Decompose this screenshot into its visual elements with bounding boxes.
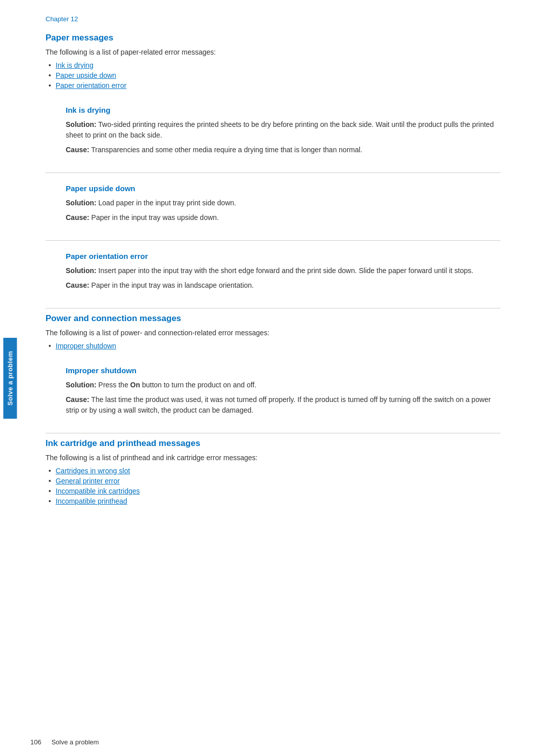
paper-orientation-error-title: Paper orientation error bbox=[66, 252, 500, 260]
divider-4 bbox=[46, 433, 500, 433]
paper-upside-down-link[interactable]: Paper upside down bbox=[56, 71, 116, 79]
solution-label-3: Solution: bbox=[66, 266, 97, 275]
list-item: General printer error bbox=[56, 477, 500, 485]
paper-upside-down-cause: Cause: Paper in the input tray was upsid… bbox=[66, 212, 500, 223]
list-item: Paper upside down bbox=[56, 71, 500, 79]
paper-messages-intro: The following is a list of paper-related… bbox=[46, 48, 500, 56]
ink-is-drying-subsection: Ink is drying Solution: Two-sided printi… bbox=[46, 99, 500, 168]
sidebar-tab: Solve a problem bbox=[4, 338, 17, 419]
ink-is-drying-title: Ink is drying bbox=[66, 106, 500, 114]
cause-label-4: Cause: bbox=[66, 395, 89, 404]
chapter-label: Chapter 12 bbox=[46, 15, 500, 23]
footer-label: Solve a problem bbox=[52, 738, 99, 746]
paper-orientation-error-cause-text: Paper in the input tray was in landscape… bbox=[92, 281, 254, 289]
ink-cartridge-title: Ink cartridge and printhead messages bbox=[46, 438, 500, 449]
list-item: Cartridges in wrong slot bbox=[56, 467, 500, 475]
list-item: Improper shutdown bbox=[56, 342, 500, 350]
power-messages-title: Power and connection messages bbox=[46, 314, 500, 324]
ink-cartridge-section: Ink cartridge and printhead messages The… bbox=[46, 438, 500, 505]
solution-label-4: Solution: bbox=[66, 381, 97, 389]
paper-orientation-error-cause: Cause: Paper in the input tray was in la… bbox=[66, 280, 500, 291]
divider-2 bbox=[46, 240, 500, 241]
list-item: Incompatible ink cartridges bbox=[56, 487, 500, 495]
paper-orientation-error-subsection: Paper orientation error Solution: Insert… bbox=[46, 245, 500, 304]
cause-label-2: Cause: bbox=[66, 213, 89, 221]
sidebar-label: Solve a problem bbox=[7, 351, 14, 406]
improper-shutdown-subsection: Improper shutdown Solution: Press the On… bbox=[46, 359, 500, 429]
incompatible-ink-cartridges-link[interactable]: Incompatible ink cartridges bbox=[56, 487, 140, 495]
improper-shutdown-on-label: On bbox=[130, 381, 140, 389]
improper-shutdown-solution-prefix: Press the bbox=[99, 381, 130, 389]
power-messages-section: Power and connection messages The follow… bbox=[46, 314, 500, 433]
cartridges-wrong-slot-link[interactable]: Cartridges in wrong slot bbox=[56, 467, 130, 475]
paper-orientation-error-link[interactable]: Paper orientation error bbox=[56, 81, 126, 90]
paper-orientation-error-solution: Solution: Insert paper into the input tr… bbox=[66, 265, 500, 276]
incompatible-printhead-link[interactable]: Incompatible printhead bbox=[56, 497, 127, 505]
power-messages-intro: The following is a list of power- and co… bbox=[46, 329, 500, 337]
divider-3 bbox=[46, 308, 500, 308]
list-item: Incompatible printhead bbox=[56, 497, 500, 505]
power-messages-list: Improper shutdown bbox=[46, 342, 500, 350]
ink-is-drying-cause: Cause: Transparencies and some other med… bbox=[66, 145, 500, 155]
ink-is-drying-cause-text: Transparencies and some other media requ… bbox=[91, 146, 362, 154]
paper-messages-section: Paper messages The following is a list o… bbox=[46, 33, 500, 308]
ink-cartridge-list: Cartridges in wrong slot General printer… bbox=[46, 467, 500, 505]
general-printer-error-link[interactable]: General printer error bbox=[56, 477, 120, 485]
paper-upside-down-subsection: Paper upside down Solution: Load paper i… bbox=[46, 177, 500, 236]
ink-is-drying-solution: Solution: Two-sided printing requires th… bbox=[66, 119, 500, 141]
footer-page-number: 106 bbox=[30, 738, 41, 746]
paper-messages-list: Ink is drying Paper upside down Paper or… bbox=[46, 61, 500, 90]
paper-messages-title: Paper messages bbox=[46, 33, 500, 43]
improper-shutdown-title: Improper shutdown bbox=[66, 366, 500, 375]
divider-1 bbox=[46, 172, 500, 173]
ink-is-drying-link[interactable]: Ink is drying bbox=[56, 61, 94, 69]
improper-shutdown-solution: Solution: Press the On button to turn th… bbox=[66, 380, 500, 390]
list-item: Paper orientation error bbox=[56, 81, 500, 90]
ink-is-drying-solution-text: Two-sided printing requires the printed … bbox=[66, 120, 494, 139]
solution-label-2: Solution: bbox=[66, 199, 97, 207]
solution-label: Solution: bbox=[66, 120, 97, 128]
cause-label-3: Cause: bbox=[66, 281, 89, 289]
footer: 106 Solve a problem bbox=[30, 738, 521, 746]
improper-shutdown-solution-suffix: button to turn the product on and off. bbox=[140, 381, 256, 389]
paper-upside-down-solution: Solution: Load paper in the input tray p… bbox=[66, 198, 500, 208]
improper-shutdown-link[interactable]: Improper shutdown bbox=[56, 342, 116, 350]
ink-cartridge-intro: The following is a list of printhead and… bbox=[46, 454, 500, 462]
paper-upside-down-title: Paper upside down bbox=[66, 184, 500, 193]
cause-label: Cause: bbox=[66, 146, 89, 154]
list-item: Ink is drying bbox=[56, 61, 500, 69]
paper-upside-down-solution-text: Load paper in the input tray print side … bbox=[99, 199, 236, 207]
paper-upside-down-cause-text: Paper in the input tray was upside down. bbox=[92, 213, 219, 221]
paper-orientation-error-solution-text: Insert paper into the input tray with th… bbox=[99, 266, 474, 275]
improper-shutdown-cause-text: The last time the product was used, it w… bbox=[66, 395, 491, 414]
improper-shutdown-cause: Cause: The last time the product was use… bbox=[66, 394, 500, 416]
